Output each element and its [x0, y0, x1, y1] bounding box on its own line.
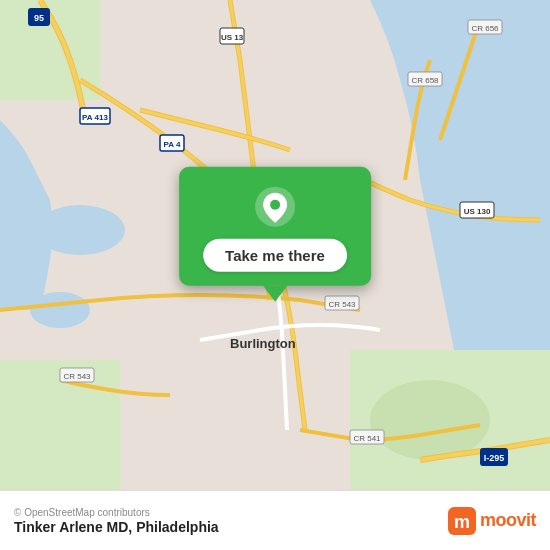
svg-text:Burlington: Burlington: [230, 336, 296, 351]
moovit-brand-text: moovit: [480, 510, 536, 531]
map-container: 95 US 13 PA 413 PA 4 CR 658 CR 656 US 13…: [0, 0, 550, 490]
popup-card: Take me there: [179, 167, 371, 286]
svg-text:US 130: US 130: [464, 207, 491, 216]
copyright-text: © OpenStreetMap contributors: [14, 507, 219, 518]
location-popup: Take me there: [179, 167, 371, 302]
svg-text:CR 543: CR 543: [63, 372, 91, 381]
svg-text:US 13: US 13: [221, 33, 244, 42]
location-pin-icon: [253, 185, 297, 229]
svg-point-2: [30, 292, 90, 328]
svg-point-6: [370, 380, 490, 460]
bottom-left-info: © OpenStreetMap contributors Tinker Arle…: [14, 507, 219, 535]
bottom-bar: © OpenStreetMap contributors Tinker Arle…: [0, 490, 550, 550]
svg-text:CR 658: CR 658: [411, 76, 439, 85]
svg-text:m: m: [454, 512, 470, 532]
moovit-logo: m moovit: [448, 507, 536, 535]
svg-text:PA 4: PA 4: [164, 140, 181, 149]
svg-text:CR 541: CR 541: [353, 434, 381, 443]
svg-text:I-295: I-295: [484, 453, 505, 463]
svg-text:95: 95: [34, 13, 44, 23]
svg-point-31: [270, 200, 280, 210]
svg-text:PA 413: PA 413: [82, 113, 108, 122]
moovit-icon: m: [448, 507, 476, 535]
popup-tail: [263, 286, 287, 302]
svg-point-1: [35, 205, 125, 255]
take-me-there-button[interactable]: Take me there: [203, 239, 347, 272]
place-name: Tinker Arlene MD, Philadelphia: [14, 519, 219, 535]
svg-text:CR 656: CR 656: [471, 24, 499, 33]
